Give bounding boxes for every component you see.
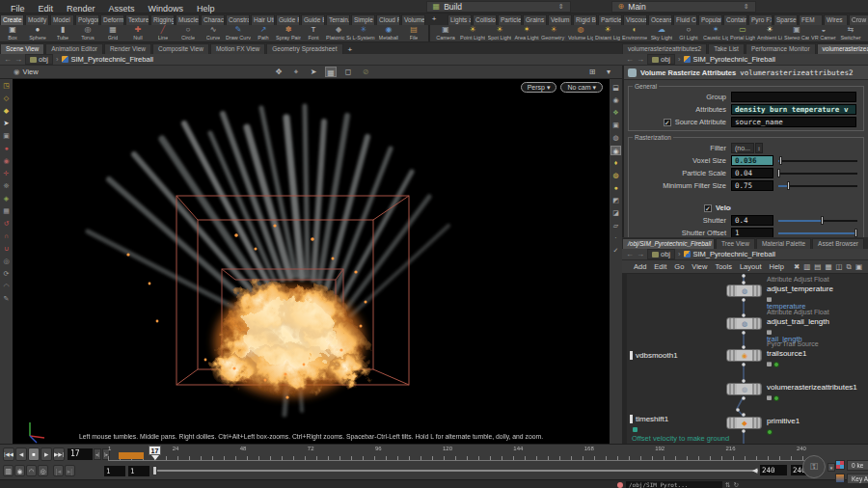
viewport-display-icon[interactable]: ◪ <box>610 208 621 218</box>
viewport-display-icon[interactable]: ◍ <box>610 133 621 143</box>
forward-arrow-icon[interactable]: → <box>637 250 644 258</box>
viewport-tool-icon[interactable]: ⌖ <box>290 67 302 77</box>
viewport-display-icon[interactable]: ◩ <box>610 196 621 205</box>
viewport-display-icon[interactable]: ● <box>610 183 621 193</box>
range-step-button[interactable]: ▸| <box>65 465 75 476</box>
viewport-display-icon[interactable]: ❖ <box>610 108 621 118</box>
viewport-tool-icon[interactable]: ⊘ <box>360 67 371 77</box>
min-filter-size-slider[interactable] <box>778 181 857 190</box>
shelf-tab[interactable]: Volume <box>401 14 425 25</box>
shelf-tool[interactable]: ✳ L-System <box>351 25 376 41</box>
range-start-field-2[interactable]: 1 <box>128 466 149 476</box>
viewport-side-tool-icon[interactable]: ▦ <box>1 206 12 216</box>
voxel-size-slider[interactable] <box>778 156 857 165</box>
viewport-display-icon[interactable]: ♦ <box>610 158 621 168</box>
min-filter-size-field[interactable]: 0.75 <box>731 180 773 191</box>
shelf-tab[interactable]: Lights and... <box>448 14 472 25</box>
shelf-tool[interactable]: ☀ Spot Light <box>486 25 513 41</box>
shelf-tool[interactable]: T Font <box>301 25 326 41</box>
shelf-tool[interactable]: ▭ Portal Light <box>729 25 756 41</box>
range-start-field[interactable]: 1 <box>104 466 125 476</box>
viewport-display-icon[interactable]: ◉ <box>610 146 621 155</box>
network-menu-item[interactable]: Help <box>765 262 787 271</box>
network-node-partial[interactable]: vdbsmooth1 <box>630 351 678 360</box>
network-toolbar-icon[interactable]: ◫ <box>836 262 843 272</box>
viewport-side-tool-icon[interactable]: ◎ <box>1 257 12 266</box>
viewport-display-icon[interactable]: ◍ <box>610 171 621 180</box>
network-graph[interactable]: ◍ Attribute Adjust Float adjust_temperat… <box>622 274 868 444</box>
shelf-tab[interactable]: Rigging <box>150 14 175 25</box>
shelf-tool[interactable]: ▮ Tube <box>50 25 75 41</box>
transport-button[interactable]: |◀◀ <box>3 447 14 461</box>
shelf-tool[interactable]: ✎ Draw Curve <box>226 25 251 41</box>
shelf-tool[interactable]: ◆ Platonic Solids <box>326 25 351 41</box>
pane-tab[interactable]: /obj/SIM_Pyrotechnic_Fireball <box>622 238 715 249</box>
filter-dropdown[interactable]: (no... ↕ <box>731 143 763 153</box>
transport-button[interactable]: ■ <box>28 447 40 461</box>
network-menu-item[interactable]: Add <box>630 262 650 271</box>
shelf-tab[interactable]: Particle Fl... <box>598 14 622 25</box>
viewport-display-icon[interactable]: ▱ <box>610 221 621 230</box>
playback-range-slider[interactable] <box>152 470 758 472</box>
viewport-tool-icon[interactable]: ➤ <box>308 67 319 77</box>
shelf-tab[interactable]: Container... <box>723 14 747 25</box>
menu-item[interactable]: Help <box>190 4 222 14</box>
viewport-tool-icon[interactable]: ◻ <box>342 67 354 77</box>
shelf-add-tab-button[interactable]: + <box>426 14 442 25</box>
network-menu-item[interactable]: View <box>688 262 711 271</box>
network-toolbar-icon[interactable]: ✖ <box>794 262 800 272</box>
viewport-display-icon[interactable]: ◉ <box>610 95 621 105</box>
shelf-tab[interactable]: Populate C... <box>698 14 722 25</box>
shelf-tab[interactable]: Terrain... <box>326 14 350 25</box>
node-body[interactable]: ◉ <box>726 349 762 362</box>
shelf-tab[interactable]: Grains <box>523 14 547 25</box>
shelf-tool[interactable]: ▤ File <box>401 25 426 41</box>
viewport-display-icon[interactable]: ✓ <box>610 246 621 256</box>
network-menu-item[interactable]: Tools <box>711 262 736 271</box>
viewport-side-tool-icon[interactable]: ⟳ <box>1 269 12 279</box>
shelf-tab[interactable]: Sparse Pyr... <box>773 14 798 25</box>
shelf-tab[interactable]: Constrai... <box>226 14 250 25</box>
viewport-side-tool-icon[interactable]: ✛ <box>1 169 12 178</box>
shutter-offset-field[interactable]: 1 <box>731 228 773 237</box>
pane-tab[interactable]: Scene View <box>0 43 44 54</box>
projection-selector[interactable]: Persp ▾ <box>521 82 557 93</box>
shelf-tool[interactable]: ☁ Sky Light <box>648 25 675 41</box>
shutter-slider[interactable] <box>778 216 857 225</box>
viewport-tool-icon[interactable]: ▦ <box>325 67 337 77</box>
viewport-side-tool-icon[interactable]: ◠ <box>1 282 12 291</box>
key-all-button[interactable]: Key A <box>847 474 868 484</box>
source-attribute-checkbox[interactable]: ✓ <box>664 119 671 126</box>
playhead[interactable]: 17 <box>149 446 161 462</box>
attributes-field[interactable]: density burn temperature v <box>731 104 856 115</box>
desktop-selector[interactable]: ▦ Build ⇕ <box>426 1 571 13</box>
playbar-option-button[interactable]: ◎ <box>38 465 48 476</box>
shelf-tool[interactable]: ✶ Caustic Light <box>702 25 729 41</box>
shelf-tool[interactable]: ✽ Spray Paint <box>276 25 301 41</box>
node-body[interactable]: ◆ <box>726 417 762 429</box>
shelf-tool[interactable]: ◉ Metaball <box>376 25 401 41</box>
voxel-size-field[interactable]: 0.036 <box>731 155 773 166</box>
shelf-tool[interactable]: ✶ Area Light <box>513 25 540 41</box>
shelf-tool[interactable]: ╱ Line <box>150 25 176 41</box>
menu-item[interactable]: Assets <box>102 4 142 14</box>
viewport-side-tool-icon[interactable]: ◳ <box>1 81 12 91</box>
checker-icon-button[interactable] <box>835 460 845 470</box>
viewport-display-icon[interactable]: ▣ <box>610 121 621 130</box>
pane-menu-icon[interactable]: ▾ <box>603 67 614 77</box>
display-flag-icon[interactable] <box>773 395 779 401</box>
network-node[interactable]: ◍ Attribute Adjust Float adjust_temperat… <box>622 276 868 309</box>
shelf-tab[interactable]: Simple FX <box>351 14 375 25</box>
pane-tab[interactable]: Motion FX View <box>210 43 265 54</box>
shelf-tool[interactable]: ✚ Null <box>125 25 150 41</box>
network-menu-item[interactable]: Edit <box>650 262 670 271</box>
pane-tab[interactable]: Material Palette <box>756 238 811 249</box>
transport-button[interactable]: ▶▶| <box>53 447 65 461</box>
shelf-tab[interactable]: Modify <box>25 14 49 25</box>
shutter-field[interactable]: 0.4 <box>731 215 773 226</box>
particle-scale-field[interactable]: 0.04 <box>731 168 773 178</box>
playbar-option-button[interactable]: ◠ <box>26 465 37 476</box>
node-body[interactable]: ◍ <box>726 285 762 297</box>
range-start-handle[interactable] <box>152 466 157 475</box>
viewport-display-icon[interactable]: ⬓ <box>610 83 621 93</box>
